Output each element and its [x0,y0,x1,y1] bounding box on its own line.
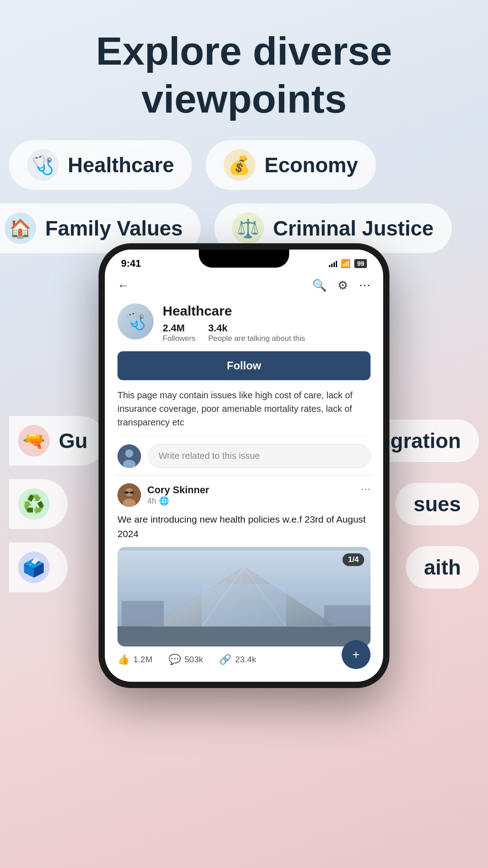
likes-count: 1.2M [133,655,152,665]
status-bar: 9:41 📶 99 [105,250,383,273]
nav-icons-right: 🔍 ⚙ ⋯ [312,278,371,292]
post-author-avatar [117,483,141,507]
family-icon: 🏠 [5,212,36,244]
svg-rect-7 [130,491,134,494]
followers-count: 2.4M [163,322,196,334]
healthcare-icon: 🩺 [27,149,59,181]
phone-nav: ← 🔍 ⚙ ⋯ [105,273,383,296]
profile-info: Healthcare 2.4M Followers 3.4k People ar… [163,303,371,343]
topic-pill-healthcare[interactable]: 🩺 Healthcare [9,140,192,190]
followers-stat: 2.4M Followers [163,322,196,343]
profile-section: 🩺 Healthcare 2.4M Followers 3.4k People … [105,296,383,343]
topic-name: Healthcare [163,303,371,319]
svg-rect-15 [324,605,371,627]
share-icon: 🔗 [219,654,231,665]
image-counter: 1/4 [343,553,364,566]
topic-pill-economy[interactable]: 💰 Economy [206,140,376,190]
write-input[interactable]: Write related to this issue [148,444,371,468]
status-time: 9:41 [121,258,141,269]
post-card: Cory Skinner 4h 🌐 ⋯ We are introducing n… [105,476,383,673]
comments-action[interactable]: 💬 503k [169,654,203,665]
search-icon[interactable]: 🔍 [312,278,327,292]
economy-icon: 💰 [224,149,255,181]
topic-pill-vote[interactable]: 🗳️ [9,542,68,592]
svg-rect-14 [122,601,164,626]
criminal-icon: ⚖️ [232,212,264,244]
current-user-avatar [117,444,141,468]
post-image: 1/4 [117,547,371,646]
phone-mockup: 9:41 📶 99 ← 🔍 ⚙ ⋯ [99,244,389,687]
post-more-icon[interactable]: ⋯ [361,483,371,495]
back-button[interactable]: ← [117,278,129,292]
follow-button[interactable]: Follow [117,351,371,380]
svg-rect-10 [117,626,371,643]
fab-button[interactable]: + [342,640,371,669]
profile-stats: 2.4M Followers 3.4k People are talking a… [163,322,371,343]
talking-stat: 3.4k People are talking about this [208,322,305,343]
post-author: Cory Skinner 4h 🌐 [117,483,209,507]
svg-point-1 [125,449,133,458]
phone-frame: 9:41 📶 99 ← 🔍 ⚙ ⋯ [99,244,389,687]
wifi-icon: 📶 [341,259,351,269]
likes-action[interactable]: 👍 1.2M [117,654,152,665]
filter-icon[interactable]: ⚙ [338,278,348,292]
followers-label: Followers [163,334,196,343]
talking-label: People are talking about this [208,334,305,343]
env-icon: ♻️ [18,488,50,520]
topic-pill-faith[interactable]: aith [406,546,479,589]
hero-title: Explore diverse viewpoints [0,0,488,123]
svg-rect-13 [202,584,286,626]
topic-pill-issues[interactable]: sues [395,483,479,525]
comments-count: 503k [184,655,203,665]
post-actions: 👍 1.2M 💬 503k 🔗 23.4k [117,654,371,665]
topic-pill-env[interactable]: ♻️ [9,479,68,529]
status-icons: 📶 99 [329,259,367,269]
topic-avatar: 🩺 [117,303,154,340]
gun-icon: 🔫 [18,425,50,457]
post-meta: 4h 🌐 [147,496,209,506]
svg-rect-6 [125,491,128,494]
more-options-icon[interactable]: ⋯ [359,278,371,292]
notch [199,250,289,268]
comment-icon: 💬 [169,654,181,665]
post-header: Cory Skinner 4h 🌐 ⋯ [117,483,371,507]
post-author-info: Cory Skinner 4h 🌐 [147,484,209,506]
like-icon: 👍 [117,654,130,665]
talking-count: 3.4k [208,322,305,334]
author-name: Cory Skinner [147,484,209,496]
topic-pill-gun[interactable]: 🔫 Gu [9,416,106,466]
signal-bars-icon [329,260,337,267]
topic-description: This page may contain issues like high c… [105,388,383,436]
shares-count: 23.4k [235,655,256,665]
vote-icon: 🗳️ [18,552,50,583]
shares-action[interactable]: 🔗 23.4k [219,654,256,665]
battery-icon: 99 [354,259,367,268]
write-area: Write related to this issue [105,437,383,475]
globe-icon: 🌐 [159,496,169,506]
post-text: We are introducing new health policies w… [117,512,371,541]
phone-screen: 9:41 📶 99 ← 🔍 ⚙ ⋯ [105,250,383,682]
